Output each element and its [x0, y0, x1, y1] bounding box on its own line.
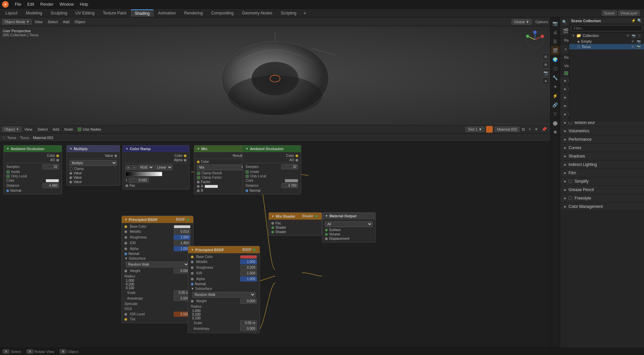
outliner-filter-icon[interactable]: ⚡: [631, 18, 636, 23]
matout-target-select[interactable]: All: [325, 221, 373, 227]
empty-render-icon[interactable]: 📷: [636, 40, 641, 43]
scene-name-display[interactable]: Scene: [602, 10, 617, 16]
tab-add[interactable]: +: [301, 9, 309, 17]
tab-shading[interactable]: Shading: [131, 9, 154, 17]
props-icon-view-layer[interactable]: ☰: [551, 37, 559, 46]
color-ramp-node[interactable]: ▼ Color Ramp Color Alpha + −: [122, 145, 190, 189]
props-icon-material[interactable]: ⬤: [551, 119, 559, 127]
view-layer-display[interactable]: ViewLayer: [618, 10, 640, 16]
props-icon-render[interactable]: 📷: [551, 19, 559, 28]
node-node-menu[interactable]: Node: [62, 127, 75, 132]
freestyle-cb[interactable]: [569, 196, 572, 200]
principled-bsdf-node-2[interactable]: ▼ Principled BSDF BSDF Base Color Metall…: [188, 246, 260, 333]
material-output-node[interactable]: ▼ Material Output All Surface: [322, 212, 376, 242]
viewport-add-menu[interactable]: Add: [61, 19, 72, 24]
tab-geometry-nodes[interactable]: Geometry Nodes: [238, 10, 276, 16]
torus-render-icon[interactable]: 📷: [636, 45, 641, 49]
tab-modeling[interactable]: Modeling: [22, 10, 46, 16]
tab-uv-editing[interactable]: UV Editing: [71, 10, 99, 16]
cr-mode-select[interactable]: RGB: [138, 165, 154, 170]
tab-sculpting[interactable]: Sculpting: [47, 10, 71, 16]
blender-logo[interactable]: ●: [2, 1, 9, 8]
pbsdf1-subsurface-select[interactable]: Random Walk: [126, 262, 189, 267]
node-view-menu[interactable]: View: [22, 127, 35, 132]
outliner-search-input[interactable]: [571, 25, 642, 31]
collection-render-icon[interactable]: 📷: [631, 34, 636, 38]
mult-operation-select[interactable]: Multiply: [69, 160, 117, 166]
viewport-camera-icon[interactable]: 📷: [542, 69, 549, 77]
props-icon-data[interactable]: ▽: [551, 109, 559, 118]
grease-pencil-header[interactable]: ▶ Grease Pencil: [560, 186, 644, 194]
breadcrumb-torus1[interactable]: Torus: [7, 136, 16, 140]
props-icon-shaderfx[interactable]: ✺: [551, 128, 559, 136]
props-icon-modifiers[interactable]: 🔧: [551, 73, 559, 82]
simplify-header[interactable]: ▶ Simplify: [560, 177, 644, 185]
props-icon-output[interactable]: 🖨: [551, 28, 559, 37]
menu-help[interactable]: Help: [77, 1, 91, 7]
viewport-denoising-cb[interactable]: [564, 71, 568, 75]
cr-interp-select[interactable]: Linear: [155, 165, 173, 170]
tab-animation[interactable]: Animation: [154, 10, 180, 16]
torus-view-icon[interactable]: 👁: [631, 45, 635, 49]
film-header[interactable]: ▶ Film: [560, 169, 644, 177]
node-canvas[interactable]: ▼ Ambient Occlusion Color AO Samples: [0, 142, 550, 355]
node-material-icon[interactable]: [486, 126, 493, 133]
multiply-node[interactable]: ▼ Multiply Value Multiply: [66, 145, 120, 186]
ambient-occlusion-node-2[interactable]: ▼ Ambient Occlusion Color AO Samples: [243, 145, 301, 194]
props-icon-world[interactable]: 🌍: [551, 55, 559, 64]
props-icon-constraints[interactable]: 🔗: [551, 100, 559, 109]
tab-texture-paint[interactable]: Texture Paint: [99, 10, 130, 16]
props-icon-physics[interactable]: ⚡: [551, 91, 559, 100]
curves-header[interactable]: ▶ Curves: [560, 144, 644, 152]
mix1-mode-select[interactable]: Mix: [197, 165, 246, 170]
outliner-item-collection[interactable]: ▼ 📁 Collection 👁 📷 ☑: [569, 33, 644, 39]
cr-pos-field[interactable]: 0.682: [129, 178, 149, 183]
outliner-search-icon[interactable]: 🔍: [637, 18, 642, 23]
viewport-3d-canvas[interactable]: User Perspective (69) Collection | Torus: [0, 26, 550, 124]
viewport-object-menu[interactable]: Object: [72, 19, 87, 24]
cr-add-stop[interactable]: +: [125, 165, 131, 170]
viewport-global-select[interactable]: Global ▼: [512, 19, 532, 25]
breadcrumb-torus2[interactable]: Torus: [20, 136, 29, 140]
mix-node-1[interactable]: ▼ Mix Result Color Mix: [194, 145, 249, 194]
menu-render[interactable]: Render: [38, 1, 56, 7]
node-material-name[interactable]: Material.002: [494, 127, 520, 132]
outliner-item-empty[interactable]: ◆ Empty 👁 📷: [569, 39, 644, 44]
volumetrics-header[interactable]: ▶ Volumetrics: [560, 127, 644, 135]
viewport-options-btn[interactable]: Options: [535, 20, 548, 24]
collection-exclude-icon[interactable]: ☑: [637, 34, 641, 38]
performance-header[interactable]: ▶ Performance: [560, 135, 644, 143]
freestyle-header[interactable]: ▶ Freestyle: [560, 194, 644, 202]
empty-view-icon[interactable]: 👁: [631, 40, 635, 43]
node-select-menu[interactable]: Select: [35, 127, 50, 132]
mix-shader-node[interactable]: ▼ Mix Shader Shader Fac Shader: [268, 212, 322, 236]
menu-file[interactable]: File: [12, 1, 24, 7]
tab-layout[interactable]: Layout: [1, 10, 21, 16]
viewport-pan-icon[interactable]: ✥: [542, 61, 549, 69]
tab-compositing[interactable]: Compositing: [207, 10, 238, 16]
node-material-new[interactable]: +: [527, 126, 532, 132]
viewport-gizmo[interactable]: X Y Z: [525, 30, 545, 51]
menu-window[interactable]: Window: [57, 1, 76, 7]
simplify-cb[interactable]: [569, 180, 572, 183]
props-icon-scene[interactable]: 🎬: [551, 46, 559, 55]
props-icon-object[interactable]: ⬡: [551, 64, 559, 73]
menu-edit[interactable]: Edit: [24, 1, 37, 7]
breadcrumb-material[interactable]: Material.002: [33, 136, 53, 140]
node-add-menu[interactable]: Add: [51, 127, 61, 132]
viewport-view-menu[interactable]: View: [33, 19, 45, 24]
use-nodes-checkbox[interactable]: Use Nodes: [77, 127, 101, 131]
ambient-occlusion-node-1[interactable]: ▼ Ambient Occlusion Color AO Samples: [3, 145, 62, 194]
indirect-lighting-header[interactable]: ▶ Indirect Lighting: [560, 161, 644, 169]
tab-scripting[interactable]: Scripting: [277, 10, 301, 16]
principled-bsdf-node-1[interactable]: ▼ Principled BSDF BSDF Base Color Metall…: [121, 216, 194, 323]
node-type-btn[interactable]: Object▼: [2, 127, 21, 132]
node-pin[interactable]: 📌: [540, 126, 548, 132]
collection-view-icon[interactable]: 👁: [626, 34, 630, 38]
color-management-header[interactable]: ▶ Color Management: [560, 203, 644, 211]
shadows-header[interactable]: ▶ Shadows: [560, 152, 644, 160]
viewport-mode-btn[interactable]: Object Mode ▼: [2, 19, 32, 25]
props-icon-particles[interactable]: ✦: [551, 82, 559, 91]
cr-remove-stop[interactable]: −: [131, 165, 137, 170]
node-material-delete[interactable]: ✕: [533, 126, 539, 132]
